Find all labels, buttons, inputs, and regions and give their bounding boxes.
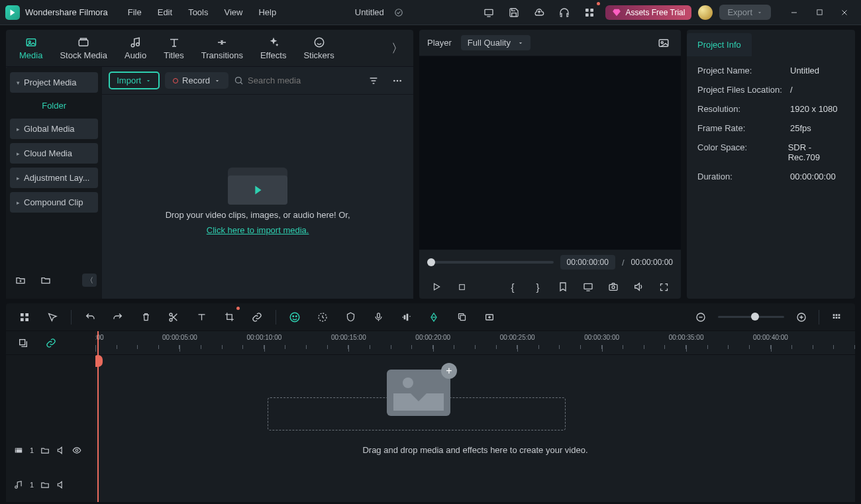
folder-icon[interactable] [36, 271, 55, 289]
tab-stickers[interactable]: Stickers [298, 33, 339, 63]
playhead[interactable] [97, 331, 99, 502]
cloud-icon[interactable] [530, 3, 548, 22]
crop-icon[interactable] [220, 308, 238, 327]
timeline-tracks[interactable]: 00:0000:00:05:0000:00:10:0000:00:15:0000… [95, 331, 855, 502]
zoom-slider-thumb[interactable] [751, 313, 759, 321]
stack-icon[interactable] [14, 334, 32, 352]
sidebar-item-label: Global Media [24, 124, 75, 134]
search-input[interactable] [248, 76, 359, 85]
mark-in-icon[interactable]: { [503, 277, 522, 296]
audio-track-header[interactable]: 1 [6, 468, 95, 502]
export-button[interactable]: Export [719, 5, 771, 20]
menu-edit[interactable]: Edit [151, 5, 179, 20]
sidebar-item-global-media[interactable]: ▸Global Media [10, 119, 98, 139]
tab-stock-media[interactable]: Stock Media [54, 33, 113, 63]
play-button[interactable] [427, 277, 446, 296]
volume-icon[interactable] [629, 277, 648, 296]
svg-rect-10 [81, 38, 87, 40]
snapshot-icon[interactable] [604, 277, 623, 296]
window-maximize-button[interactable] [808, 3, 831, 22]
tab-next-button[interactable]: 〉 [389, 40, 405, 56]
display-icon[interactable] [579, 277, 597, 296]
speed-icon[interactable] [313, 308, 332, 327]
import-button[interactable]: Import [109, 72, 160, 89]
playback-quality-select[interactable]: Full Quality [461, 35, 531, 50]
zoom-in-icon[interactable] [792, 308, 811, 327]
svg-rect-9 [79, 40, 88, 46]
image-overlay-icon[interactable] [654, 34, 673, 52]
document-title: Untitled [355, 7, 384, 17]
assets-trial-button[interactable]: Assets Free Trial [605, 5, 691, 20]
sidebar-folder-label[interactable]: Folder [10, 97, 98, 115]
tab-audio[interactable]: Audio [119, 33, 152, 63]
headphones-icon[interactable] [555, 3, 574, 22]
save-icon[interactable] [505, 3, 523, 22]
folder-small-icon[interactable] [40, 446, 50, 455]
menu-file[interactable]: File [121, 5, 148, 20]
cursor-icon[interactable] [43, 308, 62, 327]
folder-small-icon[interactable] [40, 480, 50, 489]
import-media-link[interactable]: Click here to import media. [207, 225, 309, 235]
redo-icon[interactable] [109, 308, 127, 327]
menu-tools[interactable]: Tools [181, 5, 215, 20]
visibility-icon[interactable] [72, 446, 81, 455]
tab-transitions[interactable]: Transitions [196, 33, 248, 63]
undo-icon[interactable] [81, 308, 99, 327]
zoom-out-icon[interactable] [691, 308, 710, 327]
project-info-tab[interactable]: Project Info [687, 33, 752, 56]
window-minimize-button[interactable] [783, 3, 805, 22]
more-icon[interactable] [388, 72, 407, 90]
project-info-label: Resolution: [697, 104, 790, 114]
stop-button[interactable] [452, 277, 471, 296]
marker-dropdown-icon[interactable] [554, 277, 572, 296]
player-canvas[interactable] [419, 56, 681, 250]
tab-titles[interactable]: Titles [158, 33, 189, 63]
menu-help[interactable]: Help [252, 5, 283, 20]
media-search[interactable] [234, 76, 359, 85]
split-icon[interactable] [164, 308, 183, 327]
sidebar-item-cloud-media[interactable]: ▸Cloud Media [10, 143, 98, 164]
add-track-icon[interactable] [480, 308, 499, 327]
tab-effects[interactable]: Effects [255, 33, 292, 63]
apps-icon[interactable] [580, 3, 599, 22]
fullscreen-icon[interactable] [654, 277, 673, 296]
menu-view[interactable]: View [217, 5, 249, 20]
video-track-header[interactable]: 1 [6, 433, 95, 468]
media-drop-zone[interactable]: Drop your video clips, images, or audio … [102, 95, 413, 299]
player-panel: Player Full Quality 00:00:00:00 / 00:00:… [419, 30, 681, 299]
view-mode-icon[interactable] [827, 308, 846, 327]
screen-icon[interactable] [480, 3, 498, 22]
text-icon[interactable] [192, 308, 211, 327]
plus-icon[interactable]: + [441, 363, 457, 379]
link-icon[interactable] [248, 308, 266, 327]
zoom-slider[interactable] [718, 316, 784, 318]
tab-media[interactable]: Media [14, 33, 48, 63]
filter-icon[interactable] [364, 72, 383, 90]
collapse-sidebar-button[interactable]: 〈 [82, 274, 97, 287]
audio-levels-icon[interactable] [397, 308, 415, 327]
playback-progress-thumb[interactable] [427, 258, 435, 266]
ai-face-icon[interactable] [285, 308, 304, 327]
mute-icon[interactable] [56, 480, 66, 489]
playback-progress-track[interactable] [427, 261, 554, 264]
shield-icon[interactable] [341, 308, 360, 327]
sidebar-item-adjustment-layer[interactable]: ▸Adjustment Lay... [10, 168, 98, 188]
record-button[interactable]: Record [165, 72, 228, 89]
link-tracks-icon[interactable] [42, 334, 60, 352]
window-close-button[interactable] [833, 3, 856, 22]
mark-out-icon[interactable]: } [529, 277, 547, 296]
delete-icon[interactable] [136, 308, 155, 327]
timeline-ruler[interactable]: 00:0000:00:05:0000:00:10:0000:00:15:0000… [95, 331, 855, 355]
layout-icon[interactable] [15, 308, 34, 327]
keyframe-icon[interactable] [425, 308, 443, 327]
sidebar-item-compound-clip[interactable]: ▸Compound Clip [10, 192, 98, 213]
title-bar: Wondershare Filmora File Edit Tools View… [0, 0, 861, 25]
new-folder-icon[interactable] [11, 271, 30, 289]
copy-icon[interactable] [452, 308, 471, 327]
mute-icon[interactable] [56, 446, 66, 455]
sidebar-item-project-media[interactable]: ▾Project Media [10, 72, 98, 93]
mic-icon[interactable] [369, 308, 387, 327]
user-avatar[interactable] [698, 5, 713, 20]
document-state-icon[interactable] [389, 3, 408, 22]
timeline-drop-thumbnail[interactable]: + [387, 370, 450, 416]
